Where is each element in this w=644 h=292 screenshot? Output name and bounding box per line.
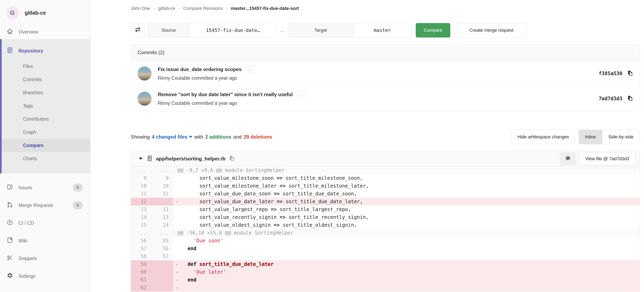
- summary-with: with: [194, 134, 203, 140]
- copy-sha-button[interactable]: [627, 95, 633, 102]
- breadcrumb-link[interactable]: Compare Revisions: [183, 6, 223, 11]
- collapse-file-icon[interactable]: [139, 158, 142, 160]
- old-line-number[interactable]: 12: [131, 198, 151, 206]
- sidebar-subitem-tags[interactable]: Tags: [2, 99, 90, 112]
- sidebar-item-issues[interactable]: Issues0: [0, 179, 90, 196]
- revisions-separator: ...: [280, 27, 284, 33]
- sidebar-subitem-compare[interactable]: Compare: [2, 139, 90, 152]
- old-line-number[interactable]: 56: [131, 237, 151, 245]
- commit-title-link[interactable]: Remove "sort by due date later" since it…: [158, 92, 293, 97]
- sidebar-item-wiki[interactable]: Wiki: [0, 232, 90, 250]
- code-line: sort_value_largest_repo => sort_title_la…: [173, 206, 640, 213]
- old-line-number[interactable]: 14: [131, 213, 151, 221]
- diff-line-marker: -: [176, 284, 182, 291]
- sidebar-item-label: Overview: [18, 29, 38, 35]
- old-line-number[interactable]: 57: [131, 245, 151, 252]
- summary-additions: 2 additions: [205, 134, 231, 140]
- count-badge: 0: [72, 184, 83, 192]
- create-merge-request-button[interactable]: Create merge request: [456, 23, 526, 38]
- old-line-number[interactable]: 59: [131, 260, 151, 268]
- swap-revisions-button[interactable]: [131, 23, 145, 38]
- sidebar-item-repository[interactable]: Repository: [2, 42, 90, 60]
- chevron-down-icon: [189, 136, 192, 138]
- changed-files-dropdown[interactable]: 4 changed files: [152, 134, 187, 140]
- diff-view-controls: Hide whitespace changes InlineSide-by-si…: [512, 130, 640, 144]
- diff-line-row: 5655 'Due soon': [131, 237, 640, 245]
- sidebar-subitem-commits[interactable]: Commits: [2, 73, 90, 86]
- old-line-number[interactable]: 62: [131, 284, 151, 291]
- diff-line-marker: [176, 182, 182, 190]
- sidebar-subitem-contributors[interactable]: Contributors: [2, 112, 90, 126]
- commit-list: Fix issue due_date ordering scopes...Rém…: [131, 61, 640, 111]
- commit-sha-link[interactable]: f385a530: [598, 71, 622, 76]
- diff-mode-inline[interactable]: Inline: [579, 130, 602, 144]
- diff-summary-row: Showing 4 changed files with 2 additions…: [131, 130, 640, 144]
- commit-description-toggle[interactable]: ...: [245, 66, 255, 73]
- sidebar-subitem-branches[interactable]: Branches: [2, 86, 90, 99]
- new-line-number[interactable]: 14: [151, 221, 173, 229]
- new-line-number[interactable]: 12: [151, 206, 173, 213]
- source-group: Source 15457-fix-due-date…: [148, 23, 276, 38]
- target-branch-dropdown[interactable]: master: [354, 23, 411, 37]
- old-line-number[interactable]: 11: [131, 190, 151, 198]
- breadcrumb-link[interactable]: gitlab-ce: [158, 6, 175, 11]
- diff-line-row: 60- 'Due later': [131, 268, 640, 276]
- commit-sha-link[interactable]: 7ad7d3d3: [598, 96, 622, 101]
- sidebar-subitem-files[interactable]: Files: [2, 60, 90, 73]
- sidebar-item-settings[interactable]: Settings: [0, 267, 90, 285]
- breadcrumb-link[interactable]: John Doe: [131, 6, 150, 11]
- sidebar-subitem-charts[interactable]: Charts: [2, 152, 90, 165]
- old-line-number[interactable]: 60: [131, 268, 151, 276]
- diff-line-row: 61- end: [131, 276, 640, 284]
- hide-whitespace-button[interactable]: Hide whitespace changes: [512, 130, 575, 144]
- new-line-number[interactable]: [151, 276, 173, 284]
- hunk-header-text: @@ -56,10 +55,6 @@ module SortingHelper: [173, 229, 640, 237]
- new-line-number: ...: [151, 166, 173, 174]
- code-line: sort_value_milestone_later => sort_title…: [173, 182, 640, 190]
- diff-mode-side-by-side[interactable]: Side-by-side: [602, 130, 640, 144]
- repository-icon: [6, 47, 13, 55]
- copy-sha-button[interactable]: [627, 70, 633, 77]
- new-line-number[interactable]: 57: [151, 252, 173, 260]
- sidebar-subitem-graph[interactable]: Graph: [2, 126, 90, 139]
- new-line-number[interactable]: 11: [151, 190, 173, 198]
- compare-button[interactable]: Compare: [416, 23, 450, 38]
- copy-icon: [627, 70, 633, 77]
- new-line-number[interactable]: 56: [151, 245, 173, 252]
- old-line-number[interactable]: 13: [131, 206, 151, 213]
- repository-submenu: FilesCommitsBranchesTagsContributorsGrap…: [2, 60, 90, 165]
- sidebar-item-ci-cd[interactable]: CI / CD: [0, 214, 90, 232]
- new-line-number[interactable]: 10: [151, 182, 173, 190]
- old-line-number[interactable]: 61: [131, 276, 151, 284]
- file-icon: [146, 155, 153, 162]
- code-line: - def sort_title_due_date_later: [173, 260, 640, 268]
- project-name: gitlab-ce: [25, 10, 46, 16]
- new-line-number[interactable]: 55: [151, 237, 173, 245]
- diff-line-marker: [176, 252, 182, 260]
- old-line-number[interactable]: 10: [131, 182, 151, 190]
- diff-line-marker: -: [176, 198, 182, 206]
- source-branch-dropdown[interactable]: 15457-fix-due-date…: [190, 23, 276, 37]
- new-line-number[interactable]: [151, 268, 173, 276]
- sidebar-project-link[interactable]: G gitlab-ce: [0, 0, 90, 25]
- copy-file-path-button[interactable]: [229, 155, 235, 162]
- view-file-button[interactable]: View file @ 7ad7d3d3: [579, 152, 635, 165]
- sidebar-item-snippets[interactable]: Snippets: [0, 250, 90, 267]
- old-line-number[interactable]: 58: [131, 252, 151, 260]
- diff-hunk-row: ......@@ -56,10 +55,6 @@ module SortingH…: [131, 229, 640, 237]
- sidebar-item-overview[interactable]: Overview: [0, 25, 90, 39]
- new-line-number[interactable]: [151, 260, 173, 268]
- toggle-comments-button[interactable]: [560, 152, 576, 165]
- sidebar-section-repository: Repository FilesCommitsBranchesTagsContr…: [0, 39, 90, 173]
- new-line-number[interactable]: 9: [151, 174, 173, 182]
- sidebar-item-merge-requests[interactable]: Merge Requests0: [0, 196, 90, 214]
- old-line-number[interactable]: 9: [131, 174, 151, 182]
- diff-line-marker: [176, 221, 182, 229]
- commit-title-link[interactable]: Fix issue due_date ordering scopes: [158, 67, 242, 72]
- new-line-number[interactable]: [151, 284, 173, 291]
- commit-description-toggle[interactable]: ...: [296, 91, 306, 98]
- new-line-number[interactable]: [151, 198, 173, 206]
- new-line-number[interactable]: 13: [151, 213, 173, 221]
- old-line-number[interactable]: 15: [131, 221, 151, 229]
- diff-file-path[interactable]: app/helpers/sorting_helper.rb: [156, 156, 225, 162]
